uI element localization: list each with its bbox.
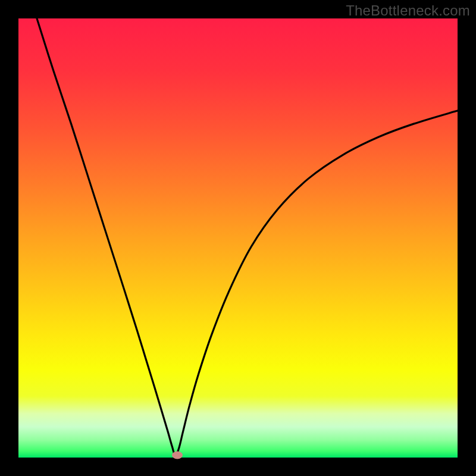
attribution-label: TheBottleneck.com [346,2,470,19]
chart-background [18,18,458,458]
chart-frame: TheBottleneck.com [0,0,476,476]
optimum-marker [172,451,183,459]
bottleneck-chart [18,18,458,458]
